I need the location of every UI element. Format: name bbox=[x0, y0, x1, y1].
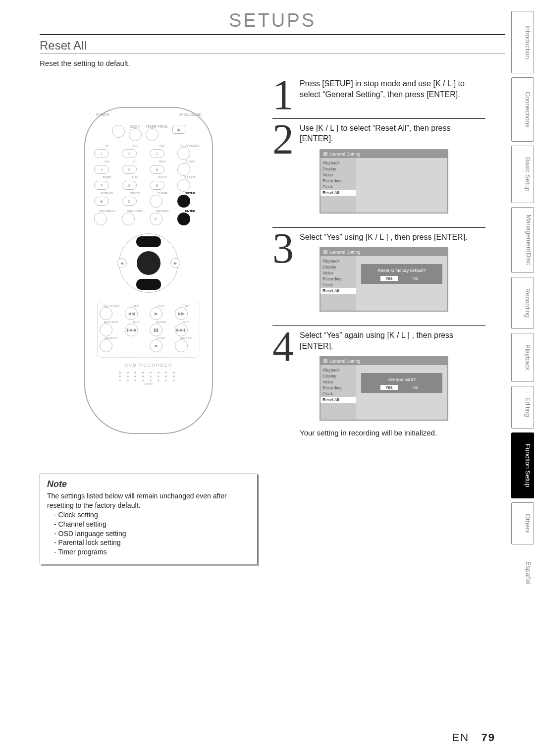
clear-button-icon bbox=[150, 195, 162, 208]
osd-screenshot-step2: General Setting Playback Display Video R… bbox=[320, 149, 448, 214]
num-1: 1 bbox=[94, 149, 109, 158]
num-5: 5 bbox=[122, 165, 137, 174]
osd-menu: Playback Display Video Recording Clock R… bbox=[321, 365, 356, 420]
tab-introduction[interactable]: Introduction bbox=[511, 11, 534, 73]
osd-menu-item: Recording bbox=[321, 178, 356, 184]
tab-playback[interactable]: Playback bbox=[511, 333, 534, 382]
step-3-number: 3 bbox=[272, 231, 294, 320]
num-7: 7 bbox=[94, 181, 109, 190]
osd-menu: Playback Display Video Recording Clock R… bbox=[321, 256, 356, 311]
osd-menu-item: Playback bbox=[321, 367, 356, 373]
label-setup: SETUP bbox=[177, 192, 203, 195]
num-4: 4 bbox=[94, 165, 109, 174]
zoom-button-icon bbox=[129, 128, 142, 141]
num-2: 2 bbox=[122, 149, 137, 158]
osd-menu-item: Display bbox=[321, 264, 356, 270]
label-return: RETURN bbox=[150, 210, 175, 213]
label-zoom: ZOOM bbox=[129, 125, 142, 128]
label-jkl: JKL bbox=[122, 160, 148, 163]
label-enter: ENTER bbox=[177, 210, 203, 213]
osd-title: General Setting bbox=[329, 250, 361, 255]
tab-function-setup[interactable]: Function Setup bbox=[511, 432, 534, 498]
osd-option-yes: Yes bbox=[380, 385, 398, 390]
setup-button-icon bbox=[177, 195, 190, 208]
menu-list-button-icon bbox=[122, 213, 135, 225]
step-4-text: Select “Yes” again using [K / L ] , then… bbox=[300, 329, 485, 351]
note-item: - Clock setting bbox=[54, 510, 250, 520]
remote-model-text: NB090 bbox=[94, 382, 203, 385]
top-menu-button-icon bbox=[94, 213, 107, 225]
tab-others[interactable]: Others bbox=[511, 502, 534, 544]
enter-button-icon bbox=[177, 213, 190, 225]
osd-menu-item: Clock bbox=[321, 184, 356, 190]
osd-menu-item: Recording bbox=[321, 276, 356, 282]
osd-dialog-question: Reset to factory default? bbox=[364, 268, 439, 273]
osd-menu-item: Display bbox=[321, 373, 356, 379]
step-4-number: 4 bbox=[272, 329, 294, 437]
osd-menu-item-selected: Reset All bbox=[321, 288, 356, 294]
num-6: 6 bbox=[150, 165, 164, 174]
osd-menu-item: Video bbox=[321, 379, 356, 385]
step-3-text: Select “Yes” using [K / L ] , then press… bbox=[300, 231, 485, 243]
osd-menu-item-selected: Reset All bbox=[321, 190, 356, 196]
dpad: ◀ ▶ bbox=[114, 228, 183, 298]
label-x13: ▶X1.3/0.8 bbox=[100, 320, 123, 324]
step-1-text: Press [SETUP] in stop mode and use [K / … bbox=[300, 77, 485, 112]
osd-menu-item: Playback bbox=[321, 258, 356, 264]
label-menu-list: MENU/LIST bbox=[122, 210, 148, 213]
osd-menu: Playback Display Video Recording Clock R… bbox=[321, 158, 356, 213]
osd-menu-item: Display bbox=[321, 166, 356, 172]
return-button-icon: ↵ bbox=[150, 213, 162, 225]
section-title: SETUPS bbox=[40, 10, 505, 31]
note-item: - Parental lock setting bbox=[54, 538, 250, 547]
osd-title: General Setting bbox=[329, 359, 361, 364]
rule-sub bbox=[40, 54, 505, 54]
label-skip-back: SKIP bbox=[125, 321, 148, 324]
osd-title: General Setting bbox=[329, 152, 361, 157]
eject-button-icon: ⏏ bbox=[172, 125, 185, 134]
label-power: POWER bbox=[96, 113, 109, 116]
tab-disc-management[interactable]: Management Disc bbox=[511, 207, 534, 273]
osd-screenshot-step4: General Setting Playback Display Video R… bbox=[320, 356, 448, 421]
label-at: @ bbox=[94, 144, 120, 147]
tab-recording[interactable]: Recording bbox=[511, 277, 534, 329]
rec-speed-button-icon bbox=[100, 307, 112, 320]
remote-brand-text: DVD RECORDER bbox=[94, 363, 203, 368]
audio-button-icon bbox=[177, 163, 190, 176]
osd-menu-item: Playback bbox=[321, 160, 356, 166]
step-2-number: 2 bbox=[272, 122, 294, 221]
tab-espanol[interactable]: Español bbox=[511, 548, 534, 597]
label-def: DEF bbox=[150, 144, 175, 147]
note-title: Note bbox=[47, 479, 250, 489]
label-fwd: FWD bbox=[175, 304, 198, 307]
stop-button-icon: ■ bbox=[150, 339, 162, 352]
label-pause: PAUSE bbox=[150, 321, 173, 324]
tab-basic-setup[interactable]: Basic Setup bbox=[511, 146, 534, 203]
dpad-down-icon bbox=[136, 279, 161, 290]
step-1-number: 1 bbox=[272, 77, 294, 112]
tab-editing[interactable]: Editing bbox=[511, 386, 534, 429]
osd-option-no: No bbox=[408, 276, 424, 281]
dpad-up-icon bbox=[136, 236, 161, 247]
x13-button-icon bbox=[100, 324, 112, 336]
timer-prog-button-icon bbox=[146, 128, 159, 141]
label-recspeed: REC SPEED bbox=[100, 304, 123, 307]
dpad-center-icon bbox=[137, 251, 160, 275]
num-0: 0 bbox=[122, 197, 137, 206]
tab-connections[interactable]: Connections bbox=[511, 77, 534, 142]
osd-dialog: Reset to factory default? Yes No bbox=[361, 264, 442, 284]
skip-back-button-icon: ▮◀◀ bbox=[125, 324, 138, 336]
tab-disc-line1: Management bbox=[513, 215, 533, 252]
label-tuv: TUV bbox=[122, 176, 148, 179]
subheading: Reset All bbox=[40, 39, 505, 53]
dpad-left-icon: ◀ bbox=[117, 258, 127, 268]
label-space: SPACE bbox=[122, 192, 148, 195]
rev-button-icon: ◀◀ bbox=[125, 307, 138, 320]
cm-skip-button-icon bbox=[175, 339, 188, 352]
label-repeat: REPEAT bbox=[177, 176, 203, 179]
osd-menu-item: Clock bbox=[321, 391, 356, 397]
play-button-icon: ▶ bbox=[150, 307, 162, 320]
repeat-button-icon bbox=[177, 179, 190, 192]
num-3: 3 bbox=[150, 149, 164, 158]
note-item: - Channel setting bbox=[54, 520, 250, 529]
